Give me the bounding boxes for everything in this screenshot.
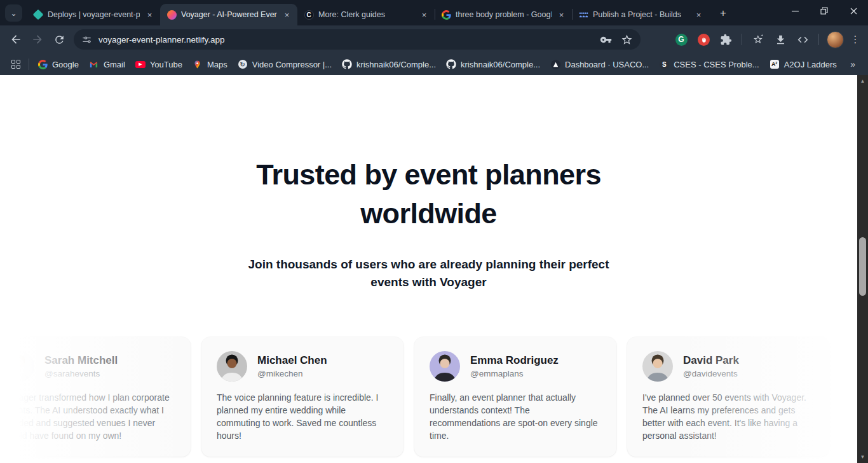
section-heading-wrap: Trusted by event planners worldwide xyxy=(0,155,857,233)
close-icon[interactable]: × xyxy=(419,10,430,20)
close-window-button[interactable] xyxy=(839,0,868,22)
tab-title: Deploys | voyager-event-pla xyxy=(48,10,140,19)
page-scrollbar[interactable]: ▲ ▼ xyxy=(857,75,868,463)
bookmark-gmail[interactable]: Gmail xyxy=(84,57,130,72)
page-title: Trusted by event planners worldwide xyxy=(224,155,634,233)
bookmarks-bar: Google Gmail ▶ YouTube Maps ↻ Video Comp… xyxy=(0,53,868,75)
testimonial-card-david: David Park @davidevents I've planned ove… xyxy=(627,337,829,457)
bookmark-star-icon[interactable] xyxy=(621,34,633,46)
tab-google-search[interactable]: three body problem - Googl × xyxy=(435,4,572,25)
netlify-diamond-icon xyxy=(33,10,43,20)
clerk-icon: C xyxy=(304,10,314,20)
testimonial-handle: @emmaplans xyxy=(470,369,559,378)
extensions-area: G ⋮ xyxy=(672,30,863,49)
testimonial-quote: Finally, an event planner that actually … xyxy=(430,391,601,442)
testimonial-card-emma: Emma Rodriguez @emmaplans Finally, an ev… xyxy=(414,337,616,457)
scrollbar-down-arrow[interactable]: ▼ xyxy=(857,452,868,462)
testimonial-handle: @davidevents xyxy=(683,369,739,378)
testimonial-card-sarah: Sarah Mitchell @sarahevents Voyager tran… xyxy=(0,337,191,457)
minimize-button[interactable] xyxy=(780,0,810,22)
browser-menu-button[interactable]: ⋮ xyxy=(848,34,863,45)
tab-clerk-guides[interactable]: C More: Clerk guides × xyxy=(297,4,435,25)
download-icon[interactable] xyxy=(771,30,790,49)
bookmarks-divider xyxy=(29,59,29,70)
tab-netlify-deploys[interactable]: Deploys | voyager-event-pla × xyxy=(27,4,160,25)
forward-button[interactable] xyxy=(27,29,48,50)
bookmark-cses[interactable]: S CSES - CSES Proble... xyxy=(654,57,764,72)
avatar xyxy=(217,351,247,382)
testimonial-handle: @mikechen xyxy=(257,369,327,378)
window-controls xyxy=(780,0,868,22)
youtube-icon: ▶ xyxy=(135,59,146,69)
reload-button[interactable] xyxy=(48,29,70,50)
bookmark-usaco-dashboard[interactable]: Dashboard · USACO... xyxy=(545,57,654,72)
password-key-icon[interactable] xyxy=(600,34,612,46)
scrollbar-thumb[interactable] xyxy=(859,237,866,296)
bookmarks-overflow-chevron[interactable]: » xyxy=(844,59,862,69)
adblock-hand-icon[interactable] xyxy=(694,30,713,49)
bookmark-label: Maps xyxy=(207,60,227,69)
extensions-puzzle-icon[interactable] xyxy=(716,30,735,49)
url-text[interactable]: voyager-event-planner.netlify.app xyxy=(98,35,600,45)
testimonial-carousel: Sarah Mitchell @sarahevents Voyager tran… xyxy=(0,337,829,457)
video-compressor-icon: ↻ xyxy=(238,59,248,69)
browser-toolbar: voyager-event-planner.netlify.app G xyxy=(0,25,868,53)
testimonial-quote: I've planned over 50 events with Voyager… xyxy=(642,391,814,442)
tab-search-button[interactable]: ⌄ xyxy=(5,4,22,22)
close-icon[interactable]: × xyxy=(144,10,155,20)
close-icon[interactable]: × xyxy=(281,10,292,20)
maps-pin-icon xyxy=(193,59,203,69)
bookmark-video-compressor[interactable]: ↻ Video Compressor |... xyxy=(233,57,337,72)
avatar xyxy=(4,351,34,382)
tab-title: three body problem - Googl xyxy=(456,10,552,19)
testimonial-card-michael: Michael Chen @mikechen The voice plannin… xyxy=(201,337,403,457)
scrollbar-up-arrow[interactable]: ▲ xyxy=(857,76,868,86)
toolbar-divider xyxy=(818,34,819,45)
testimonial-quote: Voyager transformed how I plan corporate… xyxy=(4,391,175,442)
bookmark-label: A2OJ Ladders xyxy=(784,60,837,69)
testimonial-quote: The voice planning feature is incredible… xyxy=(217,391,388,442)
profile-avatar[interactable] xyxy=(825,30,844,49)
tab-publish-project[interactable]: Publish a Project - Builds × xyxy=(572,4,709,25)
testimonial-name: Michael Chen xyxy=(257,354,327,367)
bookmark-youtube[interactable]: ▶ YouTube xyxy=(130,57,187,72)
apps-grid-icon[interactable] xyxy=(6,55,25,74)
bookmark-github-2[interactable]: krishnaik06/Comple... xyxy=(441,57,545,72)
site-settings-tune-icon[interactable] xyxy=(81,34,92,45)
new-tab-button[interactable]: + xyxy=(714,4,732,22)
grammarly-extension-icon[interactable]: G xyxy=(672,30,691,49)
restore-button[interactable] xyxy=(810,0,839,22)
page-content: Trusted by event planners worldwide Join… xyxy=(0,75,868,463)
browser-titlebar: ⌄ Deploys | voyager-event-pla × Voyager … xyxy=(0,0,868,25)
address-bar[interactable]: voyager-event-planner.netlify.app xyxy=(74,29,641,50)
bookmark-a2oj[interactable]: A² A2OJ Ladders xyxy=(764,57,842,72)
tab-title: More: Clerk guides xyxy=(318,10,414,19)
usaco-mountain-icon xyxy=(550,59,560,69)
testimonial-name: Sarah Mitchell xyxy=(44,354,118,367)
testimonial-name: David Park xyxy=(683,354,739,367)
bookmark-google[interactable]: Google xyxy=(32,57,84,72)
google-icon xyxy=(37,59,48,69)
gmail-icon xyxy=(89,59,99,69)
close-icon[interactable]: × xyxy=(556,10,567,20)
sparkle-star-icon[interactable] xyxy=(749,30,768,49)
chevron-down-icon: ⌄ xyxy=(10,9,17,18)
bookmark-label: krishnaik06/Comple... xyxy=(356,60,436,69)
tab-title: Publish a Project - Builds xyxy=(593,10,689,19)
avatar xyxy=(642,351,673,382)
tab-voyager-active[interactable]: Voyager - AI-Powered Event × xyxy=(160,4,297,25)
bookmark-label: Google xyxy=(52,60,79,69)
bookmark-label: krishnaik06/Comple... xyxy=(461,60,540,69)
bookmark-maps[interactable]: Maps xyxy=(187,57,233,72)
bookmark-label: Gmail xyxy=(104,60,125,69)
close-icon[interactable]: × xyxy=(693,10,704,20)
bookmark-github-1[interactable]: krishnaik06/Comple... xyxy=(337,57,441,72)
voyager-gradient-icon xyxy=(166,10,177,20)
builds-dots-icon xyxy=(578,10,588,20)
back-button[interactable] xyxy=(5,29,27,50)
bookmark-label: Video Compressor |... xyxy=(252,60,332,69)
a2oj-icon: A² xyxy=(770,59,780,69)
bookmark-label: Dashboard · USACO... xyxy=(565,60,649,69)
section-subheading-wrap: Join thousands of users who are already … xyxy=(0,256,857,291)
code-brackets-icon[interactable] xyxy=(793,30,812,49)
